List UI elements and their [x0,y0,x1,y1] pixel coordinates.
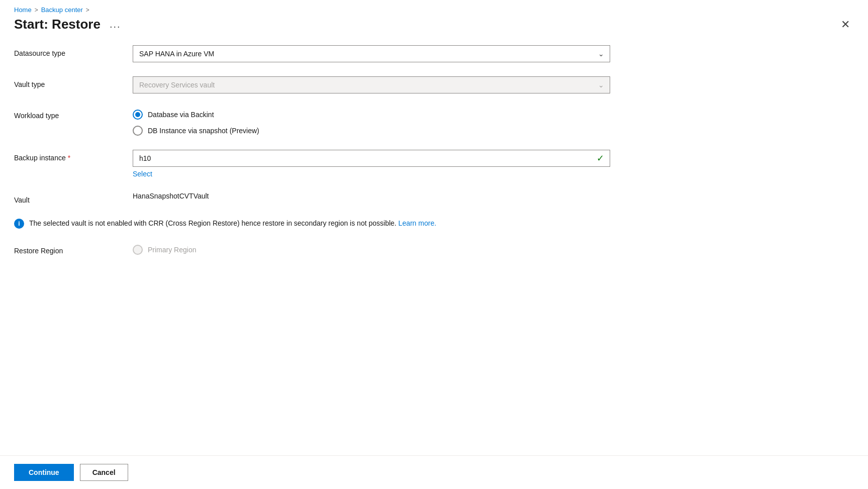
backup-instance-control: ✓ Select [133,150,610,178]
info-message: The selected vault is not enabled with C… [29,219,397,227]
vault-type-control: Recovery Services vault ⌄ [133,76,610,93]
restore-region-label: Restore Region [14,243,125,255]
workload-radio-db-snapshot-label: DB Instance via snapshot (Preview) [148,127,259,135]
vault-type-label: Vault type [14,76,125,88]
breadcrumb-backup-center[interactable]: Backup center [41,6,83,14]
backup-instance-input[interactable] [133,150,610,167]
header-left: Start: Restore ... [14,17,124,32]
info-icon: i [14,219,24,229]
info-banner: i The selected vault is not enabled with… [14,218,854,229]
restore-region-radio-group: Primary Region [133,243,610,255]
select-link[interactable]: Select [133,170,610,178]
datasource-type-control: SAP HANA in Azure VM ⌄ [133,45,610,62]
workload-radio-db-backint[interactable]: Database via Backint [133,110,610,120]
backup-instance-input-wrapper: ✓ [133,150,610,167]
page-container: Home > Backup center > Start: Restore ..… [0,0,868,489]
restore-region-primary-label: Primary Region [148,246,196,254]
footer: Continue Cancel [0,455,868,489]
workload-type-label: Workload type [14,108,125,120]
breadcrumb-home[interactable]: Home [14,6,32,14]
breadcrumb-sep-1: > [35,7,38,14]
datasource-type-dropdown-wrapper[interactable]: SAP HANA in Azure VM ⌄ [133,45,610,62]
workload-radio-db-snapshot-input[interactable] [133,126,143,136]
vault-type-dropdown-wrapper: Recovery Services vault ⌄ [133,76,610,93]
vault-value-container: HanaSnapshotCVTVault [133,192,610,200]
vault-type-row: Vault type Recovery Services vault ⌄ [14,76,854,93]
check-icon: ✓ [597,153,604,164]
vault-value: HanaSnapshotCVTVault [133,188,209,200]
datasource-type-dropdown[interactable]: SAP HANA in Azure VM [133,45,610,62]
breadcrumb-sep-2: > [86,7,89,14]
page-header: Start: Restore ... ✕ [0,14,868,40]
restore-region-primary-item: Primary Region [133,245,610,255]
breadcrumb: Home > Backup center > [0,0,868,14]
datasource-type-label: Datasource type [14,45,125,57]
info-text: The selected vault is not enabled with C… [29,218,436,229]
backup-instance-row: Backup instance * ✓ Select [14,150,854,178]
required-star: * [68,154,70,162]
continue-button[interactable]: Continue [14,464,74,481]
workload-type-row: Workload type Database via Backint DB In… [14,108,854,136]
ellipsis-button[interactable]: ... [107,18,124,31]
form-container: Datasource type SAP HANA in Azure VM ⌄ V… [0,40,868,489]
learn-more-link[interactable]: Learn more. [399,219,436,227]
vault-label: Vault [14,192,125,204]
backup-instance-label: Backup instance * [14,150,125,162]
restore-region-row: Restore Region Primary Region [14,243,854,255]
workload-radio-db-snapshot[interactable]: DB Instance via snapshot (Preview) [133,126,610,136]
page-title: Start: Restore [14,17,101,32]
vault-row: Vault HanaSnapshotCVTVault [14,192,854,204]
restore-region-primary-radio [133,245,143,255]
workload-type-radio-group: Database via Backint DB Instance via sna… [133,108,610,136]
cancel-button[interactable]: Cancel [80,464,128,481]
datasource-type-row: Datasource type SAP HANA in Azure VM ⌄ [14,45,854,62]
workload-radio-db-backint-input[interactable] [133,110,143,120]
workload-type-control: Database via Backint DB Instance via sna… [133,108,610,136]
restore-region-control: Primary Region [133,243,610,255]
workload-radio-db-backint-label: Database via Backint [148,111,214,119]
vault-type-dropdown: Recovery Services vault [133,76,610,93]
close-button[interactable]: ✕ [837,17,854,32]
